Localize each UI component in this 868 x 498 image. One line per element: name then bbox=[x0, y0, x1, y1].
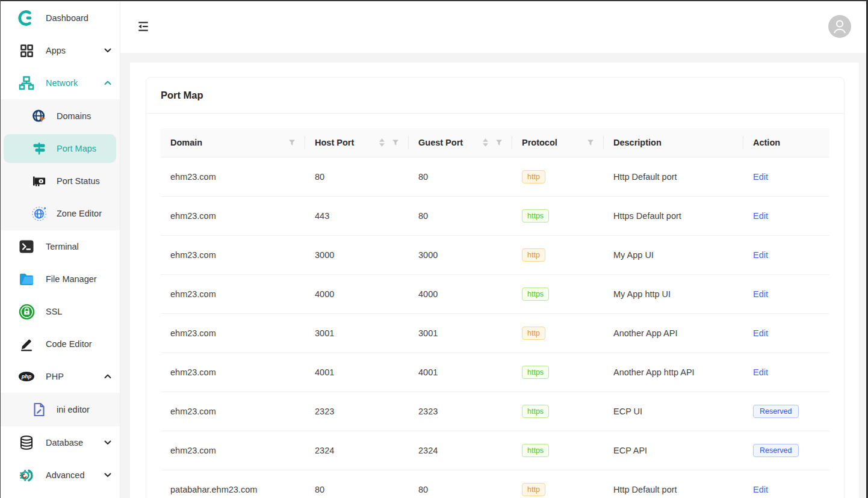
cell-action: Edit bbox=[743, 314, 829, 353]
menu-fold-icon[interactable] bbox=[135, 19, 151, 34]
cell-protocol: https bbox=[512, 392, 604, 431]
column-label: Guest Port bbox=[418, 138, 478, 147]
sorter-icon[interactable] bbox=[483, 138, 488, 147]
cell-protocol: http bbox=[512, 470, 604, 498]
cell-description: My App http UI bbox=[604, 275, 743, 314]
zone-globe-icon bbox=[31, 205, 47, 222]
reserved-badge: Reserved bbox=[753, 405, 799, 418]
app-root: Dashboard Apps Network bbox=[0, 0, 868, 498]
table-row: ehm23.com 4000 4000 https My App http UI… bbox=[161, 275, 829, 314]
cell-description: ECP API bbox=[604, 431, 743, 470]
edit-link[interactable]: Edit bbox=[753, 328, 768, 338]
sidebar-item-database[interactable]: Database bbox=[0, 426, 120, 459]
content-panel: Port Map Domain bbox=[130, 63, 859, 498]
cell-protocol: http bbox=[512, 314, 604, 353]
sidebar-item-label: Apps bbox=[46, 46, 93, 55]
sidebar-item-label: ini editor bbox=[57, 405, 111, 414]
edit-link[interactable]: Edit bbox=[753, 250, 768, 260]
cell-protocol: http bbox=[512, 158, 604, 197]
cell-guest-port: 80 bbox=[409, 158, 512, 197]
table-row: ehm23.com 443 80 https Https Default por… bbox=[161, 197, 829, 236]
port-map-card: Port Map Domain bbox=[146, 77, 845, 498]
edit-link[interactable]: Edit bbox=[753, 367, 768, 377]
sidebar-item-domains[interactable]: Domains bbox=[0, 100, 120, 132]
cell-domain: patabahar.ehm23.com bbox=[161, 470, 305, 498]
edit-link[interactable]: Edit bbox=[753, 211, 768, 221]
sidebar-item-port-maps[interactable]: Port Maps bbox=[4, 134, 116, 163]
column-header-domain[interactable]: Domain bbox=[161, 128, 305, 158]
cell-action: Reserved bbox=[743, 431, 829, 470]
sidebar-item-zone-editor[interactable]: Zone Editor bbox=[0, 197, 120, 230]
advanced-gear-icon bbox=[18, 467, 35, 484]
cell-domain: ehm23.com bbox=[161, 158, 305, 197]
cell-protocol: https bbox=[512, 353, 604, 392]
cell-guest-port: 80 bbox=[409, 197, 512, 236]
filter-icon[interactable] bbox=[288, 139, 296, 146]
port-map-table: Domain Host Port bbox=[161, 128, 829, 498]
sidebar-item-terminal[interactable]: Terminal bbox=[0, 230, 120, 263]
sidebar-item-file-manager[interactable]: File Manager bbox=[0, 263, 120, 295]
table-row: ehm23.com 4001 4001 https Another App ht… bbox=[161, 353, 829, 392]
table-row: ehm23.com 2323 2323 https ECP UI Reserve… bbox=[161, 392, 829, 431]
edit-link[interactable]: Edit bbox=[753, 172, 768, 182]
cell-domain: ehm23.com bbox=[161, 197, 305, 236]
sidebar-item-port-status[interactable]: Port Status bbox=[0, 165, 120, 197]
chevron-down-icon bbox=[104, 472, 111, 479]
protocol-tag: https bbox=[522, 209, 549, 223]
network-submenu: Domains Port Maps Port Status Zone Edito… bbox=[0, 99, 120, 230]
cell-guest-port: 3001 bbox=[409, 314, 512, 353]
cell-guest-port: 4001 bbox=[409, 353, 512, 392]
table-header-row: Domain Host Port bbox=[161, 128, 829, 158]
column-header-protocol[interactable]: Protocol bbox=[512, 128, 604, 158]
sidebar-item-label: Database bbox=[46, 438, 93, 447]
table-row: ehm23.com 80 80 http Http Default port E… bbox=[161, 158, 829, 197]
filter-icon[interactable] bbox=[495, 139, 503, 146]
sidebar-item-label: Advanced bbox=[46, 470, 93, 480]
chevron-down-icon bbox=[104, 439, 111, 446]
chevron-up-icon bbox=[104, 373, 111, 380]
cell-domain: ehm23.com bbox=[161, 236, 305, 275]
domains-globe-icon bbox=[31, 108, 47, 124]
sidebar-item-apps[interactable]: Apps bbox=[0, 34, 120, 67]
filter-icon[interactable] bbox=[392, 139, 399, 146]
sidebar-item-ssl[interactable]: SSL bbox=[0, 295, 120, 328]
protocol-tag: https bbox=[522, 405, 549, 418]
page-title: Port Map bbox=[161, 90, 203, 101]
column-header-description: Description bbox=[604, 128, 743, 158]
sidebar-item-dashboard[interactable]: Dashboard bbox=[0, 2, 120, 34]
cell-action: Edit bbox=[743, 470, 829, 498]
edit-link[interactable]: Edit bbox=[753, 289, 768, 299]
sidebar: Dashboard Apps Network bbox=[0, 0, 120, 498]
sidebar-item-advanced[interactable]: Advanced bbox=[0, 459, 120, 491]
sidebar-item-label: PHP bbox=[46, 372, 93, 381]
topbar bbox=[120, 0, 868, 53]
cell-description: ECP UI bbox=[604, 392, 743, 431]
cell-host-port: 80 bbox=[305, 158, 409, 197]
svg-text:php: php bbox=[21, 374, 32, 380]
sidebar-item-network[interactable]: Network bbox=[0, 67, 120, 99]
protocol-tag: https bbox=[522, 287, 549, 301]
sidebar-item-label: Dashboard bbox=[46, 13, 111, 23]
user-avatar[interactable] bbox=[828, 15, 851, 38]
table-row: ehm23.com 3000 3000 http My App UI Edit bbox=[161, 236, 829, 275]
cell-description: Http Default port bbox=[604, 470, 743, 498]
edit-link[interactable]: Edit bbox=[753, 485, 768, 494]
filter-icon[interactable] bbox=[587, 139, 594, 146]
cell-action: Edit bbox=[743, 158, 829, 197]
app-logo-icon bbox=[18, 10, 35, 26]
cell-domain: ehm23.com bbox=[161, 431, 305, 470]
database-icon bbox=[18, 434, 35, 451]
sidebar-item-ini-editor[interactable]: ini editor bbox=[0, 393, 120, 426]
sidebar-item-label: Terminal bbox=[46, 242, 111, 251]
sorter-icon[interactable] bbox=[379, 138, 385, 147]
sidebar-item-php[interactable]: php PHP bbox=[0, 360, 120, 393]
sidebar-item-label: Port Maps bbox=[57, 144, 108, 153]
column-header-guest-port[interactable]: Guest Port bbox=[409, 128, 512, 158]
cell-guest-port: 2324 bbox=[409, 431, 512, 470]
reserved-badge: Reserved bbox=[753, 444, 799, 457]
sidebar-item-code-editor[interactable]: Code Editor bbox=[0, 328, 120, 360]
column-header-host-port[interactable]: Host Port bbox=[305, 128, 409, 158]
column-label: Description bbox=[613, 138, 734, 147]
sidebar-item-label: Port Status bbox=[57, 176, 111, 186]
cell-description: Another App API bbox=[604, 314, 743, 353]
